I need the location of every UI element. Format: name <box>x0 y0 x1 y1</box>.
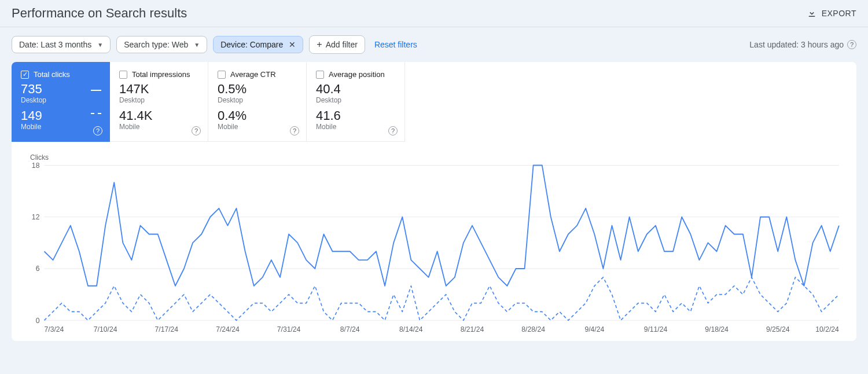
svg-text:8/7/24: 8/7/24 <box>340 325 360 333</box>
checkbox-icon <box>119 71 127 79</box>
chevron-down-icon: ▼ <box>194 42 200 48</box>
checkbox-icon <box>316 71 324 79</box>
metric-card-average-position[interactable]: Average position40.4Desktop41.6Mobile? <box>307 62 405 142</box>
svg-text:8/28/24: 8/28/24 <box>521 325 545 333</box>
series-indicator-solid <box>91 90 101 91</box>
svg-text:7/31/24: 7/31/24 <box>277 325 301 333</box>
plus-icon: + <box>317 39 322 50</box>
metric-cards: Total clicks735Desktop149Mobile?Total im… <box>12 62 856 142</box>
svg-text:7/24/24: 7/24/24 <box>216 325 240 333</box>
svg-text:7/17/24: 7/17/24 <box>155 325 179 333</box>
series-desktop <box>45 166 839 286</box>
download-icon <box>807 8 817 19</box>
svg-text:6: 6 <box>36 265 40 273</box>
help-icon[interactable]: ? <box>192 126 201 135</box>
help-icon[interactable]: ? <box>290 126 299 135</box>
svg-text:9/18/24: 9/18/24 <box>705 325 729 333</box>
filter-device[interactable]: Device: Compare✕ <box>213 36 303 53</box>
checkbox-icon <box>218 71 226 79</box>
filter-date[interactable]: Date: Last 3 months▼ <box>12 36 111 53</box>
svg-text:10/2/24: 10/2/24 <box>815 325 839 333</box>
export-button[interactable]: EXPORT <box>807 8 856 19</box>
reset-filters[interactable]: Reset filters <box>374 40 417 49</box>
checkbox-icon <box>21 71 29 79</box>
svg-text:18: 18 <box>32 162 40 170</box>
help-icon[interactable]: ? <box>93 126 102 135</box>
series-mobile <box>45 277 839 320</box>
svg-text:8/21/24: 8/21/24 <box>461 325 484 333</box>
series-indicator-dashed <box>91 113 101 114</box>
svg-text:12: 12 <box>32 213 40 221</box>
svg-text:7/10/24: 7/10/24 <box>94 325 117 333</box>
export-label: EXPORT <box>822 9 856 18</box>
metric-card-average-ctr[interactable]: Average CTR0.5%Desktop0.4%Mobile? <box>208 62 307 142</box>
filter-bar: Date: Last 3 months▼ Search type: Web▼ D… <box>0 27 868 62</box>
svg-text:9/4/24: 9/4/24 <box>584 325 604 333</box>
svg-text:9/11/24: 9/11/24 <box>644 325 668 333</box>
metric-card-total-clicks[interactable]: Total clicks735Desktop149Mobile? <box>12 62 110 142</box>
svg-text:8/14/24: 8/14/24 <box>399 325 423 333</box>
filter-search-type[interactable]: Search type: Web▼ <box>116 36 207 53</box>
svg-text:0: 0 <box>36 317 40 325</box>
performance-panel: Total clicks735Desktop149Mobile?Total im… <box>12 62 856 341</box>
help-icon[interactable]: ? <box>388 126 398 135</box>
svg-text:9/25/24: 9/25/24 <box>766 325 790 333</box>
page-title: Performance on Search results <box>12 6 187 21</box>
metric-card-total-impressions[interactable]: Total impressions147KDesktop41.4KMobile? <box>110 62 208 142</box>
add-filter-button[interactable]: +Add filter <box>309 35 365 54</box>
close-icon[interactable]: ✕ <box>289 40 296 49</box>
clicks-chart: 0612187/3/247/10/247/17/247/24/247/31/24… <box>23 162 845 335</box>
help-icon[interactable]: ? <box>847 40 856 49</box>
chevron-down-icon: ▼ <box>97 42 103 48</box>
svg-text:7/3/24: 7/3/24 <box>45 325 64 333</box>
chart-y-label: Clicks <box>30 153 845 162</box>
last-updated: Last updated: 3 hours ago ? <box>749 40 856 49</box>
